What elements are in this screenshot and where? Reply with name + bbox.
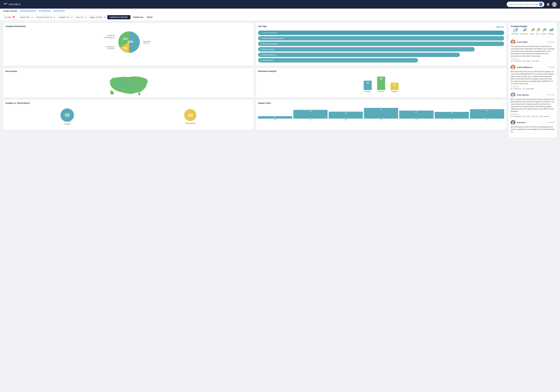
insight-tag: 💬 3 Strategic	[540, 116, 549, 117]
date-value: Q4 2019	[5, 16, 11, 18]
insight-tags-row: 💬 1 Discussion💬 2 Observation	[511, 88, 555, 90]
bar-col: 30 10/11	[435, 112, 469, 120]
notification-bell-icon[interactable]: 🔔	[546, 3, 550, 6]
bar-date: 10/07	[309, 119, 312, 120]
tag-item[interactable]: 6. Clinical Study	[258, 58, 418, 62]
insight-avatar	[511, 65, 515, 70]
trend-icon-item[interactable]: ✨ 10 New!	[535, 29, 539, 35]
toolbar-nav: Insights Settings ADVANCED SEARCH MY SEA…	[3, 10, 65, 12]
trend-icon-item[interactable]: 👁 35 Observation	[520, 29, 528, 35]
bar-date: 10/11	[450, 119, 453, 120]
insight-meta: Tony Pena 2 days ago	[517, 122, 555, 124]
pie-chart: 55% 30% 15%	[117, 30, 141, 54]
bar-date: 10/12	[485, 119, 489, 120]
pie-label-unpublished: UnpublishedField Intelligence	[103, 35, 115, 39]
tag-item[interactable]: 2. Patient Reported Outcomes	[258, 36, 504, 40]
insight-name: Anna Johnson	[517, 94, 529, 96]
logo-text: sorcero	[9, 2, 20, 6]
observations-circle: 23	[184, 109, 196, 121]
insight-meta: Audrey Williamson 3 days ago	[517, 66, 555, 68]
date-picker[interactable]: Q4 2019 📅	[3, 15, 17, 19]
pie-label-investigational: InvestigationalExperience	[103, 46, 115, 50]
insights-settings-nav[interactable]: Insights Settings	[3, 10, 17, 12]
bar-col: 31 10/08	[329, 112, 363, 120]
insight-tag: 💬 2 Urgent	[522, 60, 530, 62]
svg-point-26	[139, 87, 140, 88]
institution-select[interactable]: Institution: All	[57, 15, 73, 19]
product-select[interactable]: Product 001	[18, 15, 33, 19]
logo-icon	[3, 2, 8, 6]
insights-obs-title: Insights vs. Observations	[5, 102, 252, 104]
sentiment-bar-col: 15 Negative	[390, 83, 399, 92]
trend-icon-item[interactable]: 🏁 11 Strategic	[548, 29, 554, 35]
legend-box[interactable]	[502, 103, 504, 105]
top-tags-card: Top Tags VIEW ALL 1. Clinical Experience…	[256, 23, 506, 66]
insights-list: Connie Miles 2 hours ago KOL noted percu…	[511, 38, 555, 135]
insight-tags-row: 💬 1 Discussion💬 2 Urgent💬 3 New!	[511, 60, 555, 62]
trend-icon-item[interactable]: ❓ 16 Question	[541, 29, 547, 35]
svg-point-11	[512, 66, 514, 68]
insight-tag: 💬 2 Discussion	[511, 116, 521, 117]
download-button[interactable]: DOWNLOAD	[132, 15, 144, 19]
tag-item[interactable]: 1. Clinical Experience	[258, 30, 504, 35]
search-input[interactable]	[509, 3, 538, 5]
tag-item[interactable]: 3. Scientific Guidelines	[258, 42, 504, 46]
header: sorcero 🔍 🔔	[0, 0, 560, 9]
svg-text:55%: 55%	[128, 40, 133, 43]
top-tags-title: Top Tags	[258, 25, 267, 27]
trend-icon-wrap: 👁 35	[522, 29, 526, 32]
map-container	[5, 74, 252, 95]
svg-point-17	[512, 121, 514, 123]
trending-icons-row: 💬 23 Discussion 👁 35 Observation ⚡ 8 Urg…	[511, 29, 555, 35]
save-search-nav[interactable]: SAVE SEARCH	[53, 10, 65, 12]
msl-select[interactable]: MSL: All	[74, 15, 86, 19]
view-all-button[interactable]: VIEW ALL	[496, 26, 504, 28]
sentiment-bar: 21	[364, 81, 372, 90]
us-map	[107, 73, 150, 97]
bar-col: 40 10/07	[293, 110, 328, 120]
bar: 43	[470, 109, 504, 118]
sentiment-bar-label: Neutral	[379, 90, 384, 92]
insight-comments: 6 Comments	[511, 113, 555, 115]
toolbar-controls: Q4 2019 📅 Product 001 KOL/HCP Level: All…	[3, 15, 557, 19]
my-searches-nav[interactable]: MY SEARCHES	[39, 10, 51, 12]
sentiment-bar-col: 64 Neutral	[377, 77, 385, 92]
bar-col: 37 10/10	[399, 110, 433, 120]
svg-point-8	[512, 40, 514, 42]
insight-header: Audrey Williamson 3 days ago	[511, 65, 555, 70]
insight-item: Anna Johnson 5 hours ago MD is convinced…	[511, 91, 555, 119]
insights-value: 55	[65, 113, 70, 118]
bar-date: 10/09	[379, 119, 383, 120]
trend-icon-item[interactable]: ⚡ 8 Urgent	[530, 29, 534, 35]
trend-icon-item[interactable]: 💬 23 Discussion	[511, 29, 519, 35]
tags-list: 1. Clinical Experience2. Patient Reporte…	[258, 30, 504, 62]
generate-report-button[interactable]: GENERATE REPORT	[107, 15, 130, 19]
region-select[interactable]: Region: All (US)	[88, 15, 106, 19]
bar-date: 10/08	[344, 119, 347, 120]
user-avatar[interactable]	[552, 2, 557, 7]
bar: 31	[329, 112, 363, 118]
trend-badge: 8	[532, 28, 535, 30]
search-bar[interactable]: 🔍	[507, 2, 544, 7]
logo: sorcero	[3, 2, 20, 6]
tag-item[interactable]: 4. Interim Analysis	[258, 47, 475, 51]
unique-users-title: Unique Users	[258, 102, 271, 104]
insight-comments: 2 Comments	[511, 86, 555, 87]
reset-button[interactable]: RESET	[146, 15, 154, 19]
top-tags-header: Top Tags VIEW ALL	[258, 25, 504, 29]
search-button[interactable]: 🔍	[539, 2, 542, 6]
advanced-search-nav[interactable]: ADVANCED SEARCH	[20, 10, 36, 12]
trend-icon-label: Discussion	[511, 33, 519, 35]
insight-header: Connie Miles 2 hours ago	[511, 39, 555, 44]
sentiment-bar-label: Positive	[365, 90, 370, 92]
trending-insights-card: Trending Insights 💬 23 Discussion 👁 35 O…	[509, 23, 557, 137]
category-distribution-card: Category Distribution UnpublishedField I…	[3, 23, 254, 66]
svg-point-24	[133, 84, 134, 85]
kol-select[interactable]: KOL/HCP Level: All	[34, 15, 55, 19]
toolbar: Insights Settings ADVANCED SEARCH MY SEA…	[0, 9, 560, 21]
insight-tag: 💬 2 Observation	[522, 88, 534, 90]
bar-col: 52 10/09	[364, 108, 398, 120]
insights-circle-item: 55 Insights	[60, 108, 74, 125]
tag-item[interactable]: 5. Health Outcomes	[258, 53, 460, 57]
sentiment-bar-label: Negative	[391, 90, 398, 92]
